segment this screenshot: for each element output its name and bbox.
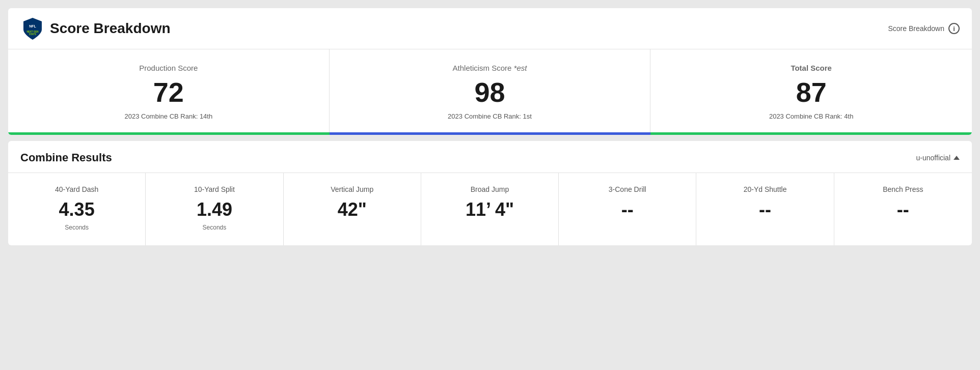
score-columns: Production Score 72 2023 Combine CB Rank…	[8, 49, 972, 132]
drill-3-cone-value: --	[567, 200, 688, 220]
drill-vertical-label: Vertical Jump	[292, 185, 413, 193]
top-card: NFL NEXT GEN STATS Score Breakdown Score…	[8, 8, 972, 135]
drill-bench-press-value: --	[842, 200, 964, 220]
svg-text:STATS: STATS	[29, 33, 36, 36]
production-score-col: Production Score 72 2023 Combine CB Rank…	[8, 49, 330, 132]
bar-total	[650, 132, 972, 135]
page-wrapper: NFL NEXT GEN STATS Score Breakdown Score…	[0, 0, 980, 253]
color-bars	[8, 132, 972, 135]
drill-10-yard-unit: Seconds	[154, 224, 275, 231]
drill-bench-press-label: Bench Press	[842, 185, 964, 193]
athleticism-score-col: Athleticism Score *est 98 2023 Combine C…	[330, 49, 651, 132]
combine-header: Combine Results u-unofficial	[8, 141, 972, 173]
combine-title: Combine Results	[20, 151, 112, 164]
drill-20-shuttle: 20-Yd Shuttle --	[696, 173, 834, 245]
page-title: Score Breakdown	[50, 20, 171, 37]
header-right: Score Breakdown i	[888, 23, 960, 34]
drill-broad-jump-label: Broad Jump	[429, 185, 550, 193]
drill-3-cone-label: 3-Cone Drill	[567, 185, 688, 193]
drill-10-yard: 10-Yard Split 1.49 Seconds	[146, 173, 283, 245]
athleticism-score-rank: 2023 Combine CB Rank: 1st	[340, 112, 640, 120]
bar-production	[8, 132, 330, 135]
top-card-header: NFL NEXT GEN STATS Score Breakdown Score…	[8, 8, 972, 49]
drill-bench-press: Bench Press --	[834, 173, 972, 245]
drill-vertical: Vertical Jump 42"	[284, 173, 421, 245]
header-score-breakdown-label: Score Breakdown	[888, 24, 944, 33]
athleticism-score-value: 98	[340, 77, 640, 107]
drill-columns: 40-Yard Dash 4.35 Seconds 10-Yard Split …	[8, 173, 972, 245]
bottom-card: Combine Results u-unofficial 40-Yard Das…	[8, 141, 972, 245]
bar-athleticism	[330, 132, 651, 135]
drill-broad-jump-value: 11’ 4"	[429, 200, 550, 220]
production-score-value: 72	[18, 77, 319, 107]
drill-10-yard-label: 10-Yard Split	[154, 185, 275, 193]
nfl-logo: NFL NEXT GEN STATS	[20, 16, 45, 41]
production-score-label: Production Score	[18, 64, 319, 72]
info-icon[interactable]: i	[948, 23, 960, 34]
drill-40-yard-label: 40-Yard Dash	[16, 185, 137, 193]
drill-3-cone: 3-Cone Drill --	[559, 173, 696, 245]
production-score-rank: 2023 Combine CB Rank: 14th	[18, 112, 319, 120]
drill-10-yard-value: 1.49	[154, 200, 275, 220]
drill-40-yard: 40-Yard Dash 4.35 Seconds	[8, 173, 146, 245]
total-score-label: Total Score	[661, 64, 962, 72]
drill-broad-jump: Broad Jump 11’ 4"	[421, 173, 559, 245]
svg-text:NFL: NFL	[29, 24, 36, 28]
drill-20-shuttle-label: 20-Yd Shuttle	[704, 185, 825, 193]
header-left: NFL NEXT GEN STATS Score Breakdown	[20, 16, 171, 41]
athleticism-score-label: Athleticism Score *est	[340, 64, 640, 72]
unofficial-label[interactable]: u-unofficial	[916, 154, 960, 162]
chevron-up-icon	[954, 156, 960, 160]
drill-20-shuttle-value: --	[704, 200, 825, 220]
drill-vertical-value: 42"	[292, 200, 413, 220]
total-score-rank: 2023 Combine CB Rank: 4th	[661, 112, 962, 120]
total-score-value: 87	[661, 77, 962, 107]
total-score-col: Total Score 87 2023 Combine CB Rank: 4th	[650, 49, 972, 132]
drill-40-yard-value: 4.35	[16, 200, 137, 220]
drill-40-yard-unit: Seconds	[16, 224, 137, 231]
